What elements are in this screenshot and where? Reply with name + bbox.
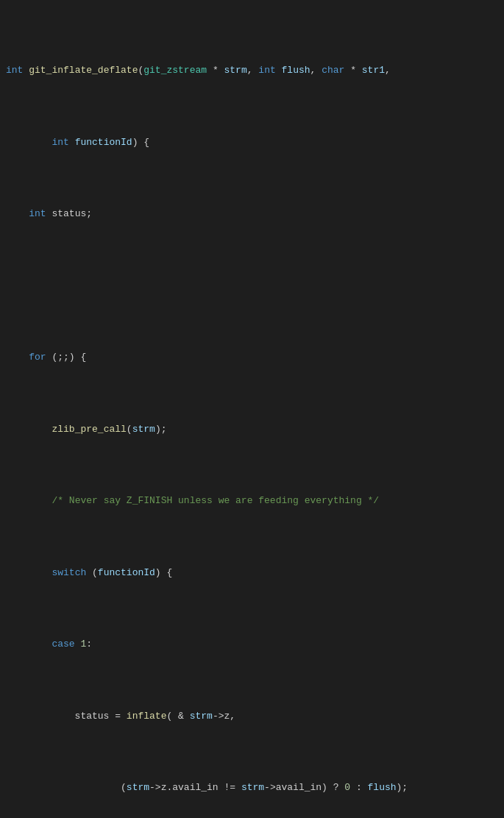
code-line-11: (strm->z.avail_in != strm->avail_in) ? 0… [0,780,504,795]
keyword-int: int [6,63,23,78]
function-name: git_inflate_deflate [29,63,138,78]
code-line-2: int functionId) { [0,135,504,150]
code-line-9: case 1: [0,637,504,652]
code-container: int git_inflate_deflate(git_zstream * st… [0,0,504,818]
code-line-10: status = inflate( & strm->z, [0,709,504,724]
code-line-1: int git_inflate_deflate(git_zstream * st… [0,63,504,78]
code-line-6: zlib_pre_call(strm); [0,422,504,437]
code-line-5: for (;;) { [0,350,504,365]
code-line-7: /* Never say Z_FINISH unless we are feed… [0,494,504,508]
code-line-8: switch (functionId) { [0,566,504,580]
code-line-3: int status; [0,207,504,221]
code-line-4 [0,279,504,294]
